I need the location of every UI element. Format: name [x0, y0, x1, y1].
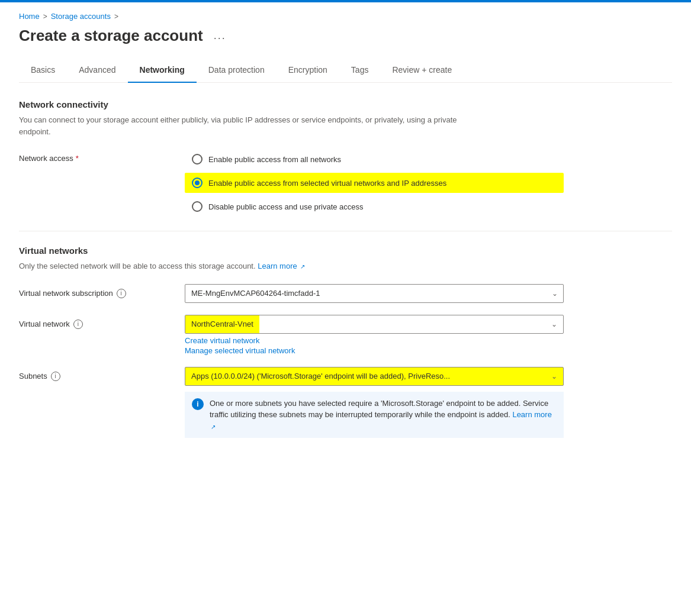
create-vnet-link[interactable]: Create virtual network	[185, 336, 564, 345]
subnets-info-box: i One or more subnets you have selected …	[185, 392, 564, 438]
vnet-control: NorthCentral-Vnet ⌄ Create virtual netwo…	[185, 315, 564, 355]
tab-encryption[interactable]: Encryption	[277, 59, 339, 83]
vnet-dropdown-display[interactable]: NorthCentral-Vnet ⌄	[185, 315, 564, 334]
radio-label-selected: Enable public access from selected virtu…	[208, 179, 446, 188]
vnet-subscription-label: Virtual network subscription i	[19, 284, 185, 298]
network-access-control: Enable public access from all networks E…	[185, 149, 564, 217]
tab-networking[interactable]: Networking	[128, 59, 197, 83]
subnets-row: Subnets i Apps (10.0.0.0/24) ('Microsoft…	[19, 367, 672, 438]
virtual-networks-title: Virtual networks	[19, 246, 672, 256]
radio-all-networks[interactable]: Enable public access from all networks	[185, 149, 564, 169]
breadcrumb-sep-1: >	[43, 12, 47, 21]
subnets-external-link-icon: ↗	[211, 423, 216, 431]
vnet-learn-more-link[interactable]: Learn more ↗	[258, 262, 305, 270]
divider	[19, 231, 672, 231]
tab-review-create[interactable]: Review + create	[380, 59, 464, 83]
vnet-dropdown-wrapper: NorthCentral-Vnet ⌄	[185, 315, 564, 334]
radio-circle-all	[192, 154, 203, 165]
vnet-label: Virtual network i	[19, 315, 185, 329]
tab-advanced[interactable]: Advanced	[67, 59, 127, 83]
virtual-networks-desc: Only the selected network will be able t…	[19, 260, 672, 272]
tab-basics[interactable]: Basics	[19, 59, 67, 83]
radio-circle-selected	[192, 178, 203, 188]
info-circle-icon: i	[192, 398, 204, 410]
subnets-dropdown-container: Apps (10.0.0.0/24) ('Microsoft.Storage' …	[185, 367, 564, 386]
vnet-highlighted-value: NorthCentral-Vnet	[185, 315, 259, 333]
vnet-subscription-control: ME-MngEnvMCAP604264-timcfadd-1 ⌄	[185, 284, 564, 303]
vnet-subscription-select[interactable]: ME-MngEnvMCAP604264-timcfadd-1	[185, 284, 564, 303]
network-connectivity-title: Network connectivity	[19, 99, 672, 109]
tab-data-protection[interactable]: Data protection	[197, 59, 277, 83]
vnet-arrow-icon: ⌄	[551, 320, 557, 328]
radio-group: Enable public access from all networks E…	[185, 149, 564, 217]
subnets-control: Apps (10.0.0.0/24) ('Microsoft.Storage' …	[185, 367, 564, 438]
tabs: Basics Advanced Networking Data protecti…	[19, 59, 672, 83]
radio-label-private: Disable public access and use private ac…	[208, 202, 364, 211]
tab-tags[interactable]: Tags	[339, 59, 381, 83]
external-link-icon: ↗	[300, 262, 305, 271]
breadcrumb-sep-2: >	[114, 12, 118, 21]
manage-vnet-link[interactable]: Manage selected virtual network	[185, 346, 564, 355]
breadcrumb: Home > Storage accounts >	[19, 12, 672, 21]
subnets-label: Subnets i	[19, 367, 185, 381]
subnets-info-icon[interactable]: i	[51, 372, 60, 381]
network-connectivity-desc: You can connect to your storage account …	[19, 114, 469, 137]
radio-label-all: Enable public access from all networks	[208, 155, 341, 164]
vnet-info-icon[interactable]: i	[73, 320, 83, 329]
subnets-dropdown-display[interactable]: Apps (10.0.0.0/24) ('Microsoft.Storage' …	[185, 367, 564, 386]
info-box-text: One or more subnets you have selected re…	[210, 398, 557, 433]
virtual-networks-section: Virtual networks Only the selected netwo…	[19, 246, 672, 438]
radio-circle-private	[192, 201, 203, 212]
page-title-row: Create a storage account ...	[19, 27, 672, 45]
network-access-label: Network access *	[19, 149, 185, 163]
radio-selected-networks[interactable]: Enable public access from selected virtu…	[185, 173, 564, 193]
page-container: Home > Storage accounts > Create a stora…	[0, 2, 691, 469]
vnet-subscription-info-icon[interactable]: i	[117, 289, 126, 298]
subnets-value: Apps (10.0.0.0/24) ('Microsoft.Storage' …	[191, 372, 450, 380]
page-title: Create a storage account	[19, 27, 203, 45]
vnet-subscription-dropdown: ME-MngEnvMCAP604264-timcfadd-1 ⌄	[185, 284, 564, 303]
subnet-arrow-icon: ⌄	[551, 372, 557, 380]
vnet-subscription-row: Virtual network subscription i ME-MngEnv…	[19, 284, 672, 303]
ellipsis-button[interactable]: ...	[210, 28, 230, 43]
required-star: *	[76, 154, 79, 163]
vnet-links: Create virtual network Manage selected v…	[185, 336, 564, 355]
breadcrumb-storage-accounts[interactable]: Storage accounts	[51, 12, 111, 21]
breadcrumb-home[interactable]: Home	[19, 12, 40, 21]
network-access-row: Network access * Enable public access fr…	[19, 149, 672, 217]
network-connectivity-section: Network connectivity You can connect to …	[19, 99, 672, 217]
radio-private-access[interactable]: Disable public access and use private ac…	[185, 196, 564, 217]
vnet-empty-space	[259, 315, 542, 333]
vnet-row: Virtual network i NorthCentral-Vnet ⌄ Cr…	[19, 315, 672, 355]
